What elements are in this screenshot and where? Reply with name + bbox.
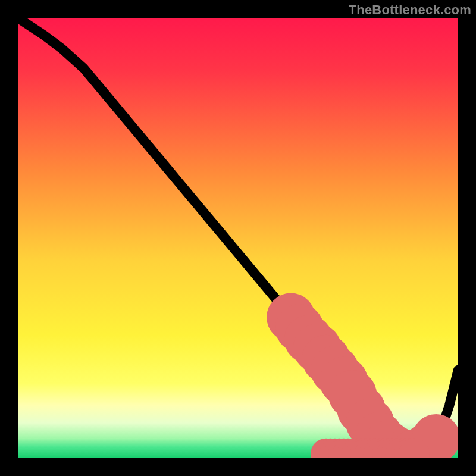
chart-frame: TheBottleneck.com xyxy=(0,0,476,476)
bottleneck-curve xyxy=(18,18,458,454)
curve-layer xyxy=(18,18,458,458)
watermark-text: TheBottleneck.com xyxy=(349,2,471,18)
marker-group xyxy=(267,293,458,459)
plot-area xyxy=(18,18,458,458)
